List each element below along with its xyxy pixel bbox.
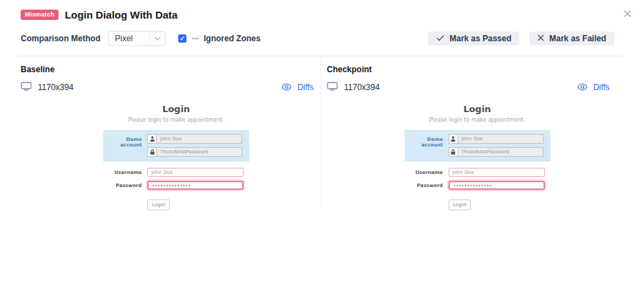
comparison-method-select[interactable]: Pixel (108, 31, 166, 46)
mark-as-passed-button[interactable]: Mark as Passed (428, 32, 519, 45)
login-form-screenshot: Login Please login to make appointment. … (103, 104, 249, 210)
close-icon (623, 8, 632, 21)
demo-password-value: ThisIsNotAPassword (157, 147, 242, 157)
password-label: Password (103, 183, 147, 188)
checkpoint-resolution: 1170x394 (344, 83, 380, 92)
login-button-row: Login (103, 196, 249, 210)
eye-icon (281, 81, 292, 94)
lock-icon (147, 147, 157, 157)
person-icon (449, 134, 458, 144)
checkpoint-panel: Checkpoint 1170x394 Diffs Login Please l… (321, 56, 644, 206)
demo-password-value: ThisIsNotAPassword (458, 147, 544, 157)
eye-icon (577, 81, 588, 94)
baseline-resolution: 1170x394 (38, 83, 74, 92)
login-form-screenshot: Login Please login to make appointment. … (405, 104, 550, 210)
dialog-header: Mismatch Login Dialog With Data (0, 0, 644, 22)
login-subheading: Please login to make appointment. (405, 117, 550, 123)
password-row: Password •••••••••••••• (103, 181, 249, 190)
lock-icon (449, 147, 458, 157)
demo-fields: John Doe ThisIsNotAPassword (449, 134, 544, 157)
visual-comparison-dialog: Mismatch Login Dialog With Data Comparis… (0, 0, 644, 295)
close-button[interactable] (622, 7, 633, 22)
baseline-panel: Baseline 1170x394 Diffs Login Please log… (17, 56, 321, 206)
page-title: Login Dialog With Data (65, 9, 178, 21)
username-row: Username John Doe (405, 168, 550, 177)
password-input[interactable]: •••••••••••••• (449, 181, 545, 190)
demo-account-box: Demo account John Doe (103, 130, 249, 162)
status-badge: Mismatch (21, 10, 58, 20)
password-input[interactable]: •••••••••••••• (147, 181, 244, 190)
demo-username-field: John Doe (449, 134, 544, 144)
baseline-meta-row: 1170x394 Diffs (21, 81, 314, 94)
demo-password-field: ThisIsNotAPassword (147, 147, 242, 157)
ignored-zone-color-swatch (192, 38, 199, 39)
demo-account-box: Demo account John Doe (405, 130, 550, 162)
demo-username-field: John Doe (147, 134, 242, 144)
baseline-screenshot: Login Please login to make appointment. … (30, 104, 323, 210)
username-label: Username (103, 170, 147, 175)
baseline-diffs-label: Diffs (297, 83, 314, 92)
baseline-panel-title: Baseline (21, 65, 314, 74)
mark-as-failed-label: Mark as Failed (549, 34, 606, 43)
password-label: Password (405, 183, 449, 188)
username-row: Username John Doe (103, 168, 249, 177)
demo-account-label: Demo account (405, 134, 449, 157)
login-heading: Login (103, 104, 249, 114)
login-button[interactable]: Login (147, 199, 170, 210)
username-input[interactable]: John Doe (449, 168, 545, 177)
password-row: Password •••••••••••••• (405, 181, 550, 190)
check-icon (436, 34, 444, 43)
username-input[interactable]: John Doe (147, 168, 244, 177)
checkpoint-diffs-label: Diffs (593, 83, 610, 92)
checkbox-check-icon: ✓ (180, 36, 185, 42)
username-label: Username (405, 170, 449, 175)
demo-fields: John Doe ThisIsNotAPassword (147, 134, 242, 157)
comparison-method-label: Comparison Method (21, 34, 100, 43)
chevron-down-icon (149, 32, 165, 45)
monitor-icon (327, 81, 338, 94)
comparison-method-value: Pixel (109, 34, 149, 43)
monitor-icon (21, 81, 32, 94)
ignored-zones-label: Ignored Zones (204, 34, 261, 43)
demo-password-field: ThisIsNotAPassword (449, 147, 544, 157)
checkpoint-meta-row: 1170x394 Diffs (327, 81, 610, 94)
mark-as-passed-label: Mark as Passed (449, 34, 511, 43)
checkpoint-diffs-link[interactable]: Diffs (577, 81, 610, 94)
mark-as-failed-button[interactable]: Mark as Failed (529, 32, 614, 45)
comparison-panels: Baseline 1170x394 Diffs Login Please log… (17, 56, 644, 206)
toolbar: Comparison Method Pixel ✓ Ignored Zones … (0, 31, 644, 46)
checkpoint-screenshot: Login Please login to make appointment. … (336, 104, 619, 210)
checkpoint-panel-title: Checkpoint (327, 65, 610, 74)
person-icon (147, 134, 157, 144)
login-subheading: Please login to make appointment. (103, 117, 249, 123)
login-heading: Login (405, 104, 550, 114)
ignored-zones-checkbox[interactable]: ✓ (178, 34, 186, 43)
x-icon (537, 34, 544, 43)
demo-username-value: John Doe (458, 134, 544, 144)
baseline-diffs-link[interactable]: Diffs (281, 81, 314, 94)
login-button[interactable]: Login (449, 199, 471, 210)
action-buttons: Mark as Passed Mark as Failed (428, 32, 614, 45)
demo-username-value: John Doe (157, 134, 242, 144)
login-button-row: Login (405, 196, 550, 210)
demo-account-label: Demo account (103, 134, 147, 157)
